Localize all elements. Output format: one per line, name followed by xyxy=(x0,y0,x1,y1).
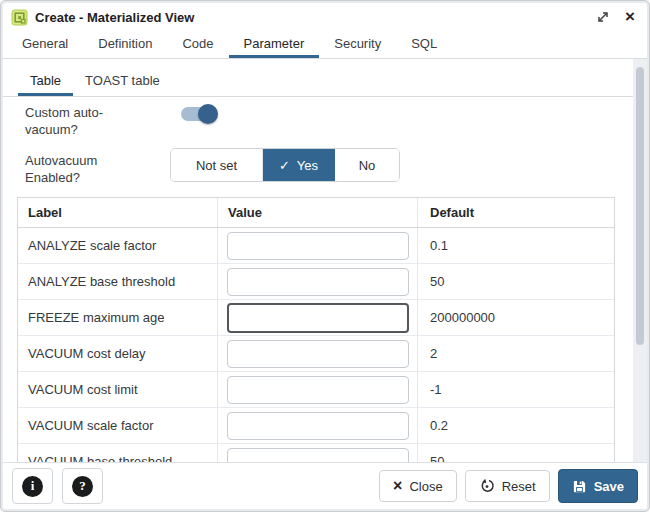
window-controls: × xyxy=(595,9,639,25)
custom-autovacuum-toggle[interactable] xyxy=(181,107,215,121)
table-row: FREEZE maximum age 200000000 xyxy=(18,300,614,336)
row-label: VACUUM cost delay xyxy=(18,336,218,371)
toggle-knob xyxy=(198,104,218,124)
table-row: VACUUM scale factor 0.2 xyxy=(18,408,614,444)
help-icon: ? xyxy=(72,476,93,497)
save-icon xyxy=(572,479,587,494)
footer: i ? × Close Reset xyxy=(3,462,647,509)
row-default: 200000000 xyxy=(418,310,614,325)
option-no[interactable]: No xyxy=(335,149,399,181)
tab-definition[interactable]: Definition xyxy=(83,31,167,58)
titlebar: Create - Materialized View × xyxy=(3,3,647,31)
header-label: Label xyxy=(18,198,218,227)
close-label: Close xyxy=(409,479,442,494)
scrollbar-thumb[interactable] xyxy=(636,67,644,345)
sql-info-button[interactable]: i xyxy=(12,468,53,504)
close-x-icon: × xyxy=(393,478,402,494)
tab-code[interactable]: Code xyxy=(167,31,228,58)
materialized-view-icon xyxy=(11,9,29,26)
dialog-title: Create - Materialized View xyxy=(35,10,194,25)
save-label: Save xyxy=(594,479,624,494)
info-icon: i xyxy=(22,476,43,497)
row-label: FREEZE maximum age xyxy=(18,300,218,335)
row-default: 0.1 xyxy=(418,238,614,253)
vacuum-cost-limit-input[interactable] xyxy=(227,376,409,404)
option-yes-label: Yes xyxy=(297,158,318,173)
reset-icon xyxy=(479,478,495,494)
sub-tabbar: Table TOAST table xyxy=(3,68,633,97)
subtab-toast-table[interactable]: TOAST table xyxy=(73,68,172,96)
save-button[interactable]: Save xyxy=(558,469,638,503)
vacuum-cost-delay-input[interactable] xyxy=(227,340,409,368)
parameter-panel: Table TOAST table Custom auto-vacuum? Au… xyxy=(3,59,633,462)
header-value: Value xyxy=(218,198,418,227)
reset-button[interactable]: Reset xyxy=(465,470,550,502)
help-button[interactable]: ? xyxy=(62,468,103,504)
close-button[interactable]: × Close xyxy=(379,470,457,502)
main-tabbar: General Definition Code Parameter Securi… xyxy=(3,31,647,59)
vertical-scrollbar[interactable] xyxy=(633,59,647,462)
row-label: ANALYZE scale factor xyxy=(18,228,218,263)
check-icon: ✓ xyxy=(279,158,290,173)
tab-sql[interactable]: SQL xyxy=(396,31,452,58)
reset-label: Reset xyxy=(502,479,536,494)
header-default: Default xyxy=(418,205,614,220)
table-row: VACUUM cost limit -1 xyxy=(18,372,614,408)
autovacuum-enabled-group: Not set ✓ Yes No xyxy=(170,148,400,182)
row-default: 50 xyxy=(418,274,614,289)
table-row: ANALYZE base threshold 50 xyxy=(18,264,614,300)
analyze-scale-factor-input[interactable] xyxy=(227,232,409,260)
freeze-maximum-age-input[interactable] xyxy=(227,303,409,333)
table-row: ANALYZE scale factor 0.1 xyxy=(18,228,614,264)
window-close-icon[interactable]: × xyxy=(625,9,635,25)
subtab-table[interactable]: Table xyxy=(18,68,73,96)
custom-autovacuum-label: Custom auto-vacuum? xyxy=(25,105,143,139)
vacuum-base-threshold-input[interactable] xyxy=(227,448,409,463)
row-label: VACUUM cost limit xyxy=(18,372,218,407)
row-default: 50 xyxy=(418,454,614,462)
table-row: VACUUM base threshold 50 xyxy=(18,444,614,462)
tab-general[interactable]: General xyxy=(7,31,83,58)
row-default: 2 xyxy=(418,346,614,361)
tab-parameter[interactable]: Parameter xyxy=(229,31,320,58)
table-row: VACUUM cost delay 2 xyxy=(18,336,614,372)
option-not-set[interactable]: Not set xyxy=(171,149,263,181)
footer-actions: × Close Reset xyxy=(379,469,638,503)
autovacuum-enabled-label: Autovacuum Enabled? xyxy=(25,153,143,187)
row-label: ANALYZE base threshold xyxy=(18,264,218,299)
create-materialized-view-dialog: Create - Materialized View × General Def… xyxy=(3,3,647,509)
table-header-row: Label Value Default xyxy=(18,198,614,228)
option-yes[interactable]: ✓ Yes xyxy=(263,149,335,181)
expand-icon[interactable] xyxy=(595,9,611,25)
analyze-base-threshold-input[interactable] xyxy=(227,268,409,296)
row-default: -1 xyxy=(418,382,614,397)
dialog-window: Create - Materialized View × General Def… xyxy=(0,0,650,512)
row-label: VACUUM scale factor xyxy=(18,408,218,443)
parameters-table: Label Value Default ANALYZE scale factor… xyxy=(17,197,615,462)
row-label: VACUUM base threshold xyxy=(18,444,218,462)
vacuum-scale-factor-input[interactable] xyxy=(227,412,409,440)
row-default: 0.2 xyxy=(418,418,614,433)
tab-security[interactable]: Security xyxy=(319,31,396,58)
